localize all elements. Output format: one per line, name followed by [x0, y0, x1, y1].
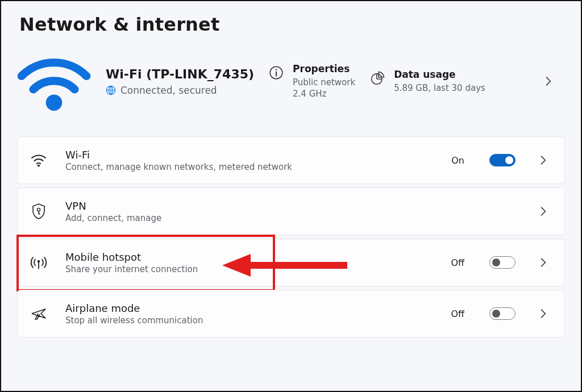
tile-subtitle: Stop all wireless communication	[65, 315, 435, 326]
hotspot-icon	[28, 255, 49, 270]
airplane-icon	[28, 306, 49, 322]
svg-point-3	[276, 69, 277, 70]
svg-point-7	[37, 208, 40, 211]
connection-status: Connected, secured	[120, 85, 217, 96]
wifi-icon	[28, 153, 49, 167]
shield-key-icon	[28, 203, 49, 220]
properties-block[interactable]: Properties Public network2.4 GHz	[269, 63, 355, 100]
chevron-right-icon[interactable]	[538, 206, 548, 216]
tile-title: VPN	[65, 200, 522, 212]
data-usage-value: 5.89 GB, last 30 days	[394, 82, 485, 94]
properties-label: Properties	[293, 63, 355, 74]
chevron-right-icon[interactable]	[538, 257, 548, 268]
properties-sub: Public network2.4 GHz	[293, 77, 355, 100]
tile-state-label: Off	[451, 308, 464, 319]
svg-point-0	[46, 94, 63, 111]
chevron-right-icon[interactable]	[543, 76, 554, 86]
tile-title: Airplane mode	[65, 302, 435, 314]
airplane-toggle[interactable]	[489, 307, 516, 320]
settings-tiles: Wi-Fi Connect, manage known networks, me…	[17, 136, 565, 337]
data-usage-label: Data usage	[394, 69, 485, 80]
chevron-right-icon[interactable]	[538, 308, 548, 319]
tile-title: Mobile hotspot	[65, 251, 435, 263]
hotspot-toggle[interactable]	[489, 256, 516, 269]
globe-icon	[106, 85, 116, 95]
tile-subtitle: Connect, manage known networks, metered …	[65, 162, 435, 172]
tile-subtitle: Share your internet connection	[65, 264, 435, 274]
connection-hero: Wi-Fi (TP-LINK_7435) Connected, secured …	[17, 50, 565, 112]
wifi-toggle[interactable]	[489, 154, 516, 166]
svg-rect-4	[276, 72, 277, 77]
page-title: Network & internet	[19, 14, 579, 35]
tile-title: Wi-Fi	[65, 149, 435, 161]
connection-name: Wi-Fi (TP-LINK_7435)	[106, 67, 254, 81]
chevron-right-icon[interactable]	[538, 155, 548, 165]
pie-chart-icon	[370, 71, 385, 86]
tile-state-label: Off	[451, 257, 464, 268]
data-usage-block[interactable]: Data usage 5.89 GB, last 30 days	[370, 69, 485, 94]
wifi-hero-icon	[17, 50, 91, 112]
tile-airplane-mode[interactable]: Airplane mode Stop all wireless communic…	[17, 290, 565, 337]
tile-vpn[interactable]: VPN Add, connect, manage	[17, 187, 565, 235]
tile-mobile-hotspot[interactable]: Mobile hotspot Share your internet conne…	[17, 239, 565, 286]
tile-subtitle: Add, connect, manage	[65, 213, 522, 223]
tile-state-label: On	[451, 155, 464, 166]
tile-wifi[interactable]: Wi-Fi Connect, manage known networks, me…	[17, 136, 565, 184]
svg-point-6	[38, 165, 40, 167]
info-icon	[269, 65, 284, 80]
svg-rect-9	[38, 262, 39, 269]
